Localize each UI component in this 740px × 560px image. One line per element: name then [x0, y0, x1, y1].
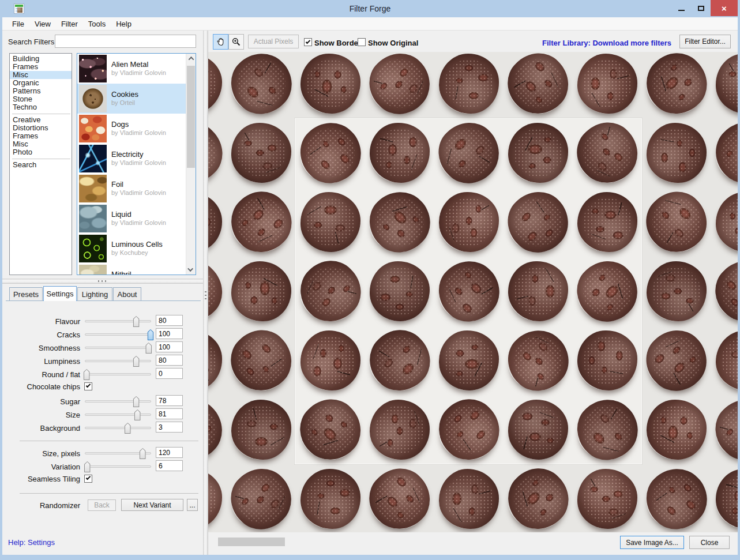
value-input[interactable]	[156, 368, 183, 379]
tab-presets[interactable]: Presets	[9, 287, 43, 300]
hand-tool-button[interactable]	[213, 34, 228, 50]
cookie-texture	[208, 330, 222, 390]
value-input[interactable]	[156, 447, 183, 458]
close-button[interactable]: ×	[711, 0, 738, 16]
filter-item-mithril[interactable]: Mithril	[77, 264, 186, 275]
scroll-down-button[interactable]	[186, 265, 196, 275]
show-original-checkbox[interactable]	[358, 38, 366, 46]
filter-list-scrollbar[interactable]	[186, 54, 196, 275]
maximize-button[interactable]	[691, 0, 711, 16]
value-input[interactable]	[156, 422, 183, 433]
slider-thumb[interactable]	[140, 448, 146, 459]
cookie-face	[577, 469, 637, 529]
category-item-search[interactable]: Search	[10, 161, 72, 169]
category-item-organic[interactable]: Organic	[10, 79, 72, 87]
category-item-techno[interactable]: Techno	[10, 103, 72, 111]
category-item-creative[interactable]: Creative	[10, 116, 72, 124]
cookie-face	[208, 387, 235, 472]
filter-item-liquid[interactable]: Liquidby Vladimir Golovin	[77, 204, 186, 234]
value-input[interactable]	[156, 408, 183, 419]
category-item-frames[interactable]: Frames	[10, 63, 72, 71]
minimize-button[interactable]	[671, 0, 691, 16]
cookie-texture	[716, 330, 738, 390]
menu-tools[interactable]: Tools	[83, 18, 111, 30]
checkbox-chocolate-chips[interactable]	[84, 382, 92, 390]
value-input[interactable]	[156, 315, 183, 326]
slider-variation[interactable]	[85, 465, 151, 468]
cookie-face	[634, 52, 719, 126]
slider-thumb[interactable]	[133, 316, 140, 327]
menu-filter[interactable]: Filter	[56, 18, 83, 30]
horizontal-splitter[interactable]	[2, 279, 203, 284]
category-item-misc[interactable]: Misc	[10, 140, 72, 148]
filter-item-foil[interactable]: Foilby Vladimir Golovin	[77, 174, 186, 204]
category-item-photo[interactable]: Photo	[10, 148, 72, 156]
value-input[interactable]	[156, 328, 183, 339]
category-item-misc[interactable]: Misc	[10, 71, 72, 79]
cookie-texture	[577, 123, 637, 183]
checkbox-seamless-tiling[interactable]	[84, 475, 92, 483]
value-input[interactable]	[156, 395, 183, 406]
category-item-distortions[interactable]: Distortions	[10, 124, 72, 132]
tab-settings[interactable]: Settings	[43, 286, 77, 301]
scroll-up-button[interactable]	[186, 54, 196, 63]
close-dialog-button[interactable]: Close	[689, 536, 730, 549]
actual-pixels-button[interactable]: Actual Pixels	[248, 35, 299, 48]
vertical-splitter[interactable]	[203, 31, 208, 555]
tab-lighting[interactable]: Lighting	[77, 287, 112, 300]
setting-row-round-flat: Round / flat	[2, 368, 203, 381]
filter-library-link[interactable]: Filter Library: Download more filters	[542, 39, 671, 47]
value-input[interactable]	[156, 341, 183, 352]
filter-item-electricity[interactable]: Electricityby Vladimir Golovin	[77, 144, 186, 174]
slider-thumb[interactable]	[133, 396, 140, 407]
filter-thumbnail-foil	[79, 175, 107, 202]
value-input[interactable]	[156, 460, 183, 471]
filter-item-dogs[interactable]: Dogsby Vladimir Golovin	[77, 114, 186, 144]
slider-background[interactable]	[85, 427, 151, 429]
slider-sugar[interactable]	[85, 400, 151, 403]
slider-flavour[interactable]	[85, 320, 151, 322]
slider-cracks[interactable]	[85, 333, 151, 336]
randomizer-next-variant-button[interactable]: Next Variant	[121, 499, 183, 511]
category-item-patterns[interactable]: Patterns	[10, 87, 72, 95]
setting-row-lumpiness: Lumpiness	[2, 355, 203, 368]
slider-size[interactable]	[85, 414, 151, 416]
slider-lumpiness[interactable]	[85, 360, 151, 362]
filter-item-luminous-cells[interactable]: Luminous Cellsby Kochubey	[77, 234, 186, 264]
save-image-as-button[interactable]: Save Image As...	[620, 536, 684, 549]
randomizer-back-button[interactable]: Back	[88, 499, 116, 511]
cookie-texture	[508, 261, 568, 321]
filter-item-alien-metal[interactable]: Alien Metalby Vladimir Golovin	[77, 54, 186, 84]
slider-thumb[interactable]	[84, 461, 91, 472]
preview-canvas[interactable]	[208, 52, 738, 532]
filter-item-cookies[interactable]: Cookiesby Orteil	[77, 84, 186, 114]
setting-row-variation: Variation	[2, 460, 203, 473]
tab-about[interactable]: About	[113, 287, 141, 300]
menu-help[interactable]: Help	[111, 18, 137, 30]
zoom-tool-button[interactable]	[228, 34, 244, 50]
category-item-frames[interactable]: Frames	[10, 132, 72, 140]
help-settings-link[interactable]: Help: Settings	[8, 538, 55, 547]
slider-thumb[interactable]	[84, 369, 90, 380]
show-border-checkbox[interactable]	[304, 38, 312, 46]
slider-thumb[interactable]	[133, 356, 140, 367]
search-filters-input[interactable]	[55, 35, 196, 48]
randomizer-more-button[interactable]: ...	[187, 499, 198, 511]
category-item-stone[interactable]: Stone	[10, 95, 72, 103]
slider-round-flat[interactable]	[85, 373, 151, 375]
slider-smoothness[interactable]	[85, 347, 151, 349]
category-item-building[interactable]: Building	[10, 55, 72, 63]
filter-thumbnail-alien-metal	[79, 55, 107, 82]
scrollbar-thumb[interactable]	[187, 66, 195, 168]
tab-strip: PresetsSettingsLightingAbout	[2, 286, 203, 306]
slider-thumb[interactable]	[134, 409, 141, 420]
setting-label: Round / flat	[2, 370, 80, 379]
filter-editor-button[interactable]: Filter Editor...	[679, 35, 731, 48]
menu-view[interactable]: View	[29, 18, 56, 30]
slider-size-pixels[interactable]	[85, 452, 151, 454]
slider-thumb[interactable]	[148, 329, 154, 340]
slider-thumb[interactable]	[125, 423, 131, 434]
slider-thumb[interactable]	[145, 343, 152, 354]
menu-file[interactable]: File	[7, 18, 29, 30]
value-input[interactable]	[156, 355, 183, 366]
